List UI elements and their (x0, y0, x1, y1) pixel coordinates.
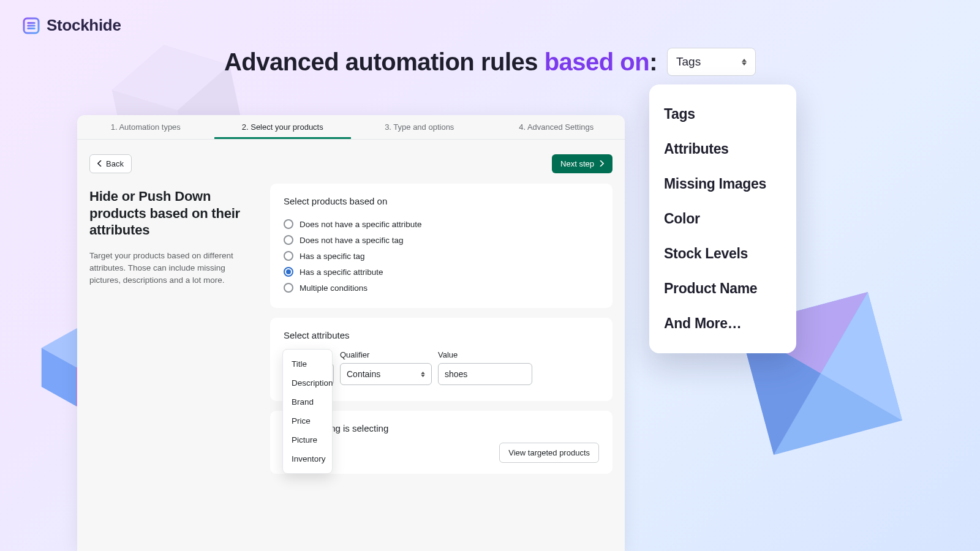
attribute-option-picture[interactable]: Picture (283, 430, 332, 449)
radio-icon (284, 283, 293, 293)
radio-label: Multiple conditions (300, 283, 368, 293)
basis-option-stock-levels[interactable]: Stock Levels (664, 236, 782, 271)
select-attributes-title: Select attributes (284, 330, 599, 340)
basis-option-tags[interactable]: Tags (664, 97, 782, 132)
radio-icon (284, 267, 293, 277)
brand-name: Stockhide (47, 16, 121, 35)
basis-select[interactable]: Tags (667, 48, 756, 76)
chevron-left-icon (97, 159, 102, 168)
attribute-option-brand[interactable]: Brand (283, 392, 332, 411)
step-type-options[interactable]: 3. Type and options (351, 115, 488, 139)
select-basis-card: Select products based on Does not have a… (270, 184, 612, 308)
value-label: Value (438, 350, 532, 359)
basis-option-and-more[interactable]: And More… (664, 306, 782, 341)
section-title: Hide or Push Down products based on thei… (89, 188, 258, 239)
select-caret-icon (742, 59, 747, 66)
basis-option-product-name[interactable]: Product Name (664, 271, 782, 306)
svg-marker-7 (821, 292, 949, 421)
page-headline: Advanced automation rules based on: (224, 48, 657, 76)
radio-has-attribute[interactable]: Has a specific attribute (284, 264, 599, 280)
radio-label: Does not have a specific tag (300, 236, 404, 245)
section-description: Target your products based on different … (89, 250, 258, 287)
radio-label: Does not have a specific attribute (300, 220, 422, 229)
headline-prefix: Advanced automation rules (224, 48, 545, 75)
qualifier-select[interactable]: Contains (340, 363, 432, 385)
attribute-option-price[interactable]: Price (283, 411, 332, 430)
step-automation-types[interactable]: 1. Automation types (77, 115, 214, 139)
headline-accent: based on (545, 48, 650, 75)
basis-option-attributes[interactable]: Attributes (664, 132, 782, 167)
svg-marker-4 (42, 348, 77, 406)
step-advanced-settings[interactable]: 4. Advanced Settings (488, 115, 625, 139)
basis-option-missing-images[interactable]: Missing Images (664, 167, 782, 201)
radio-multiple-conditions[interactable]: Multiple conditions (284, 280, 599, 296)
value-input[interactable] (438, 363, 532, 385)
radio-icon (284, 235, 293, 245)
qualifier-select-value: Contains (347, 369, 380, 379)
svg-marker-1 (105, 32, 236, 123)
attribute-option-inventory[interactable]: Inventory (283, 449, 332, 468)
radio-no-attribute[interactable]: Does not have a specific attribute (284, 216, 599, 232)
view-targeted-products-label: View targeted products (508, 448, 590, 457)
next-step-label: Next step (560, 159, 594, 168)
radio-no-tag[interactable]: Does not have a specific tag (284, 232, 599, 248)
view-targeted-products-button[interactable]: View targeted products (499, 443, 599, 463)
page-headline-row: Advanced automation rules based on: Tags (0, 48, 980, 76)
chevron-right-icon (599, 159, 604, 168)
radio-icon (284, 251, 293, 261)
attribute-option-description[interactable]: Description (283, 373, 332, 392)
brand-logo: Stockhide (22, 16, 121, 35)
radio-has-tag[interactable]: Has a specific tag (284, 248, 599, 264)
select-caret-icon (421, 372, 425, 377)
qualifier-label: Qualifier (340, 350, 432, 359)
wizard-steps: 1. Automation types 2. Select your produ… (77, 115, 625, 140)
brand-glyph-icon (22, 17, 40, 35)
headline-suffix: : (649, 48, 657, 75)
back-button[interactable]: Back (89, 154, 132, 173)
back-button-label: Back (106, 159, 124, 168)
basis-dropdown-menu: Tags Attributes Missing Images Color Sto… (649, 84, 796, 353)
radio-label: Has a specific tag (300, 252, 365, 261)
step-select-products[interactable]: 2. Select your products (214, 115, 352, 139)
basis-option-color[interactable]: Color (664, 201, 782, 236)
attribute-dropdown-menu: Title Description Brand Price Picture In… (282, 349, 333, 474)
radio-icon (284, 219, 293, 229)
next-step-button[interactable]: Next step (552, 154, 612, 173)
wizard-panel: 1. Automation types 2. Select your produ… (77, 115, 625, 551)
attribute-option-title[interactable]: Title (283, 354, 332, 373)
select-basis-title: Select products based on (284, 196, 599, 206)
basis-select-value: Tags (676, 55, 701, 69)
radio-label: Has a specific attribute (300, 268, 383, 277)
